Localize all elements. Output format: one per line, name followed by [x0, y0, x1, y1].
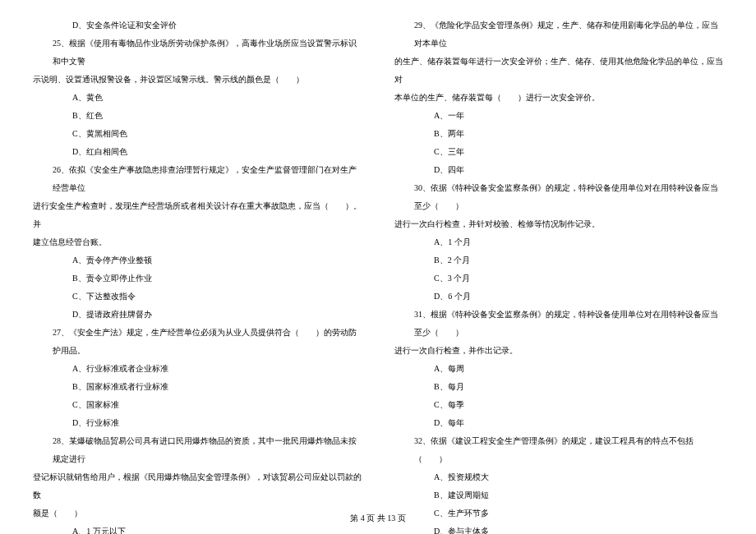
question-28-line2: 登记标识就销售给用户，根据《民用爆炸物品安全管理条例》，对该贸易公司应处以罚款的…	[33, 468, 362, 504]
option-item: B、红色	[33, 107, 362, 125]
question-28-line1: 28、某爆破物品贸易公司具有进口民用爆炸物品的资质，其中一批民用爆炸物品未按规定…	[33, 432, 362, 468]
option-item: B、国家标准或者行业标准	[33, 378, 362, 396]
option-item: A、1 个月	[394, 233, 723, 251]
question-26-line3: 建立信息经管台账。	[33, 233, 362, 251]
right-column: 29、《危险化学品安全管理条例》规定，生产、储存和使用剧毒化学品的单位，应当对本…	[394, 16, 723, 493]
option-item: D、行业标准	[33, 414, 362, 432]
option-item: A、黄色	[33, 89, 362, 107]
option-item: D、每年	[394, 414, 723, 432]
option-item: B、建设周期短	[394, 486, 723, 504]
question-26-line2: 进行安全生产检查时，发现生产经营场所或者相关设计存在重大事故隐患，应当（ ）。并	[33, 197, 362, 233]
option-item: A、投资规模大	[394, 468, 723, 486]
question-27-line1: 27、《安全生产法》规定，生产经营单位必须为从业人员提供符合（ ）的劳动防护用品…	[33, 324, 362, 360]
page-footer: 第 4 页 共 13 页	[0, 509, 756, 527]
option-item: A、责令停产停业整顿	[33, 251, 362, 269]
option-item: B、2 个月	[394, 251, 723, 269]
question-25-line1: 25、根据《使用有毒物品作业场所劳动保护条例》，高毒作业场所应当设置警示标识和中…	[33, 35, 362, 71]
option-item: D、提请政府挂牌督办	[33, 306, 362, 324]
option-item: D、6 个月	[394, 288, 723, 306]
option-item: B、两年	[394, 125, 723, 143]
question-30-line1: 30、依据《特种设备安全监察条例》的规定，特种设备使用单位对在用特种设备应当至少…	[394, 179, 723, 215]
option-item: A、每周	[394, 360, 723, 378]
option-item: C、3 个月	[394, 269, 723, 288]
question-25-line2: 示说明、设置通讯报警设备，并设置区域警示线。警示线的颜色是（ ）	[33, 71, 362, 89]
question-30-line2: 进行一次白行检查，并针对校验、检修等情况制作记录。	[394, 215, 723, 233]
question-31-line1: 31、根据《特种设备安全监察条例》的规定，特种设备使用单位对在用特种设备应当至少…	[394, 306, 723, 342]
left-column: D、安全条件论证和安全评价 25、根据《使用有毒物品作业场所劳动保护条例》，高毒…	[33, 16, 362, 493]
question-29-line3: 本单位的生产、储存装置每（ ）进行一次安全评价。	[394, 89, 723, 107]
question-26-line1: 26、依拟《安全生产事故隐患排查治理暂行规定》，安全生产监督管理部门在对生产经营…	[33, 161, 362, 197]
question-32-line1: 32、依据《建设工程安全生产管理条例》的规定，建设工程具有的特点不包括（ ）	[394, 432, 723, 468]
page-content: D、安全条件论证和安全评价 25、根据《使用有毒物品作业场所劳动保护条例》，高毒…	[33, 16, 723, 493]
option-item: C、黄黑相间色	[33, 125, 362, 143]
option-item: C、下达整改指令	[33, 288, 362, 306]
option-item: C、国家标准	[33, 396, 362, 414]
question-31-line2: 进行一次自行检查，并作出记录。	[394, 342, 723, 360]
question-29-line1: 29、《危险化学品安全管理条例》规定，生产、储存和使用剧毒化学品的单位，应当对本…	[394, 16, 723, 53]
option-item: B、每月	[394, 378, 723, 396]
option-item: D、四年	[394, 161, 723, 179]
question-29-line2: 的生产、储存装置每年进行一次安全评价；生产、储存、使用其他危险化学品的单位，应当…	[394, 53, 723, 89]
option-item: D、红白相间色	[33, 143, 362, 161]
option-item: A、行业标准或者企业标准	[33, 360, 362, 378]
option-item: B、责令立即停止作业	[33, 269, 362, 288]
option-item: A、一年	[394, 107, 723, 125]
option-item: D、安全条件论证和安全评价	[33, 16, 362, 35]
option-item: C、三年	[394, 143, 723, 161]
option-item: C、每季	[394, 396, 723, 414]
